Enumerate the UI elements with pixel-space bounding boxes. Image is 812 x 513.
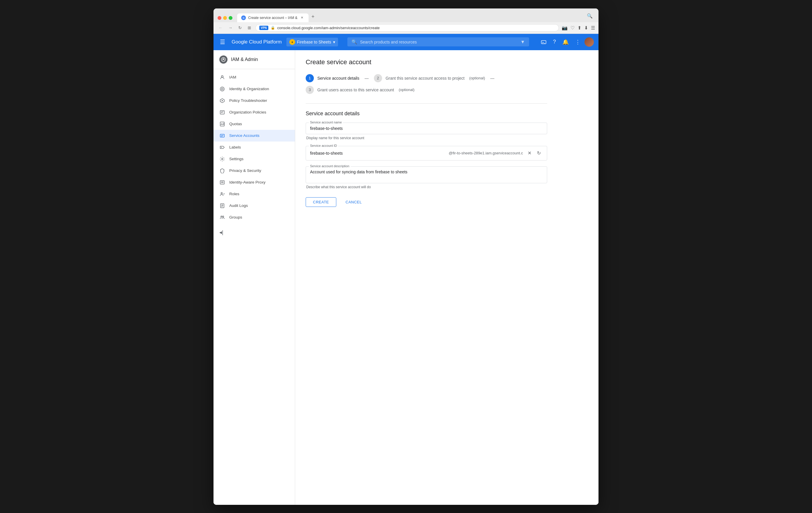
cloud-shell-button[interactable] (539, 37, 549, 47)
content-inner: Create service account 1 Service account… (295, 50, 558, 215)
svg-rect-13 (220, 134, 224, 137)
name-field: Service account name Display name for th… (306, 122, 547, 140)
svg-rect-11 (220, 111, 224, 114)
maximize-button[interactable] (229, 16, 232, 20)
audit-logs-label: Audit Logs (229, 203, 248, 208)
main-layout: IAM & Admin IAM Identity & Organization (213, 50, 599, 505)
address-input[interactable]: VPN 🔒 console.cloud.google.com/iam-admin… (256, 24, 559, 31)
step-separator-1: — (365, 76, 369, 81)
iam-label: IAM (229, 75, 236, 79)
sidebar-item-iam[interactable]: IAM (213, 72, 295, 83)
new-tab-button[interactable]: + (309, 12, 318, 22)
desc-input[interactable] (310, 170, 543, 179)
sidebar-item-identity-org[interactable]: Identity & Organization (213, 83, 295, 95)
stepper: 1 Service account details — 2 Grant this… (306, 74, 547, 94)
download-icon[interactable]: ⬇ (584, 25, 588, 31)
more-options-button[interactable]: ⋮ (573, 36, 583, 48)
identity-aware-proxy-label: Identity-Aware Proxy (229, 180, 265, 184)
desc-field-label: Service account description (309, 164, 351, 168)
labels-label: Labels (229, 145, 241, 149)
close-button[interactable] (218, 16, 221, 20)
tab-close-button[interactable]: ✕ (300, 16, 304, 20)
vpn-badge: VPN (259, 26, 268, 30)
project-name: Firebase to Sheets (297, 40, 331, 45)
svg-point-9 (221, 88, 223, 90)
avatar[interactable] (584, 37, 594, 47)
address-bar-icons: 📷 ♡ ⬆ ⬇ ☰ (562, 25, 595, 31)
browser-tab[interactable]: G Create service account – IAM & ✕ (237, 13, 309, 22)
topbar-actions: ? 🔔 ⋮ (539, 36, 594, 48)
sidebar-item-identity-aware-proxy[interactable]: Identity-Aware Proxy (213, 176, 295, 188)
settings-label: Settings (229, 157, 243, 161)
forward-button[interactable]: → (227, 25, 234, 31)
browser-title-bar: G Create service account – IAM & ✕ + 🔍 (213, 8, 599, 22)
sidebar-item-labels[interactable]: Labels (213, 142, 295, 153)
id-field-label: Service account ID (309, 144, 338, 147)
svg-text:G: G (243, 17, 244, 19)
iam-admin-icon (219, 55, 228, 64)
notifications-button[interactable]: 🔔 (560, 36, 571, 48)
desc-field-hint: Describe what this service account will … (306, 185, 547, 189)
sidebar-item-quotas[interactable]: Quotas (213, 118, 295, 130)
help-button[interactable]: ? (551, 36, 558, 47)
search-bar[interactable]: 🔍 Search products and resources ▼ (347, 37, 529, 47)
gcloud-topbar: ☰ Google Cloud Platform ✦ Firebase to Sh… (213, 34, 599, 50)
search-icon: 🔍 (351, 39, 357, 45)
sidebar-item-groups[interactable]: Groups (213, 211, 295, 223)
stepper-row-2: 3 Grant users access to this service acc… (306, 86, 547, 94)
project-selector[interactable]: ✦ Firebase to Sheets ▾ (286, 38, 338, 47)
refresh-id-button[interactable]: ↻ (534, 149, 543, 157)
gcloud-logo: Google Cloud Platform (232, 39, 282, 45)
sidebar-item-policy-troubleshooter[interactable]: Policy Troubleshooter (213, 95, 295, 107)
tab-bar: G Create service account – IAM & ✕ + (237, 12, 583, 22)
heart-icon[interactable]: ♡ (571, 25, 575, 31)
service-accounts-label: Service Accounts (229, 133, 260, 138)
sidebar-item-audit-logs[interactable]: Audit Logs (213, 200, 295, 211)
cancel-button[interactable]: CANCEL (341, 198, 367, 207)
back-button[interactable]: ← (217, 25, 224, 31)
clear-id-button[interactable]: ✕ (525, 149, 533, 157)
content-area: Create service account 1 Service account… (295, 50, 599, 505)
sidebar-item-settings[interactable]: Settings (213, 153, 295, 165)
apps-button[interactable]: ⊞ (246, 25, 253, 31)
policy-troubleshooter-icon (219, 98, 225, 104)
sidebar-item-org-policies[interactable]: Organization Policies (213, 107, 295, 118)
step-1-circle: 1 (306, 74, 314, 82)
step-2-label: Grant this service account access to pro… (385, 76, 465, 81)
refresh-button[interactable]: ↻ (237, 25, 243, 31)
hamburger-button[interactable]: ☰ (218, 37, 227, 47)
tab-label: Create service account – IAM & (248, 16, 297, 20)
name-input[interactable] (310, 126, 543, 131)
groups-label: Groups (229, 215, 242, 220)
id-field-wrapper: Service account ID @fir-to-sheets-289e1.… (306, 146, 547, 161)
privacy-security-icon (219, 168, 225, 174)
sidebar-collapse-button[interactable]: ◂| (213, 226, 295, 239)
svg-point-8 (220, 87, 224, 91)
create-button[interactable]: CREATE (306, 197, 336, 207)
sidebar-item-privacy-security[interactable]: Privacy & Security (213, 165, 295, 176)
id-input[interactable] (310, 151, 446, 155)
minimize-button[interactable] (223, 16, 227, 20)
share-icon[interactable]: ⬆ (578, 25, 581, 31)
name-field-label: Service account name (309, 120, 343, 124)
audit-logs-icon (219, 203, 225, 209)
desc-field: Service account description Describe wha… (306, 166, 547, 189)
org-policies-label: Organization Policies (229, 110, 266, 114)
groups-icon (219, 215, 225, 220)
sidebar-item-service-accounts[interactable]: Service Accounts (213, 130, 295, 142)
form-divider (306, 103, 547, 104)
settings-icon (219, 156, 225, 162)
camera-icon[interactable]: 📷 (562, 25, 568, 31)
browser-search-icon[interactable]: 🔍 (585, 11, 594, 21)
id-field: Service account ID @fir-to-sheets-289e1.… (306, 146, 547, 161)
svg-point-7 (221, 76, 223, 77)
menu-icon[interactable]: ☰ (591, 25, 595, 31)
svg-rect-4 (541, 40, 546, 44)
policy-troubleshooter-label: Policy Troubleshooter (229, 98, 267, 103)
svg-point-17 (221, 192, 223, 194)
id-field-suffix: @fir-to-sheets-289e1.iam.gserviceaccount… (448, 151, 523, 155)
id-field-content: @fir-to-sheets-289e1.iam.gserviceaccount… (310, 149, 543, 157)
sidebar-item-roles[interactable]: Roles (213, 188, 295, 200)
desc-field-wrapper: Service account description (306, 166, 547, 183)
quotas-icon (219, 121, 225, 127)
